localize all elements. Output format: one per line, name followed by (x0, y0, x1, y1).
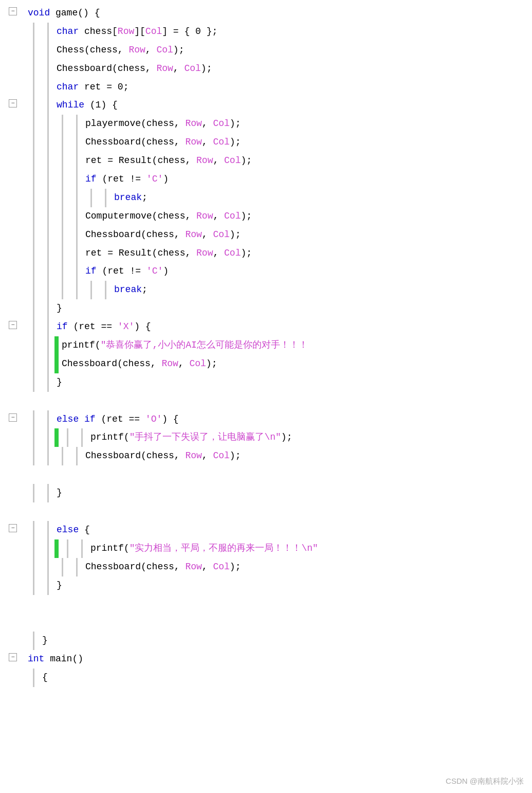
fold-col (0, 78, 26, 97)
indent-bar (26, 410, 40, 429)
indent-bar (40, 78, 54, 97)
indent-bar (54, 447, 69, 465)
green-bar (54, 355, 59, 373)
fold-col (0, 226, 26, 244)
indent-bar (69, 152, 83, 170)
indent-bar (26, 170, 40, 189)
indent-bar (40, 281, 54, 299)
keyword: void (28, 6, 50, 21)
string: "实力相当，平局，不服的再来一局！！！\n" (130, 542, 318, 556)
indent-bar (40, 60, 54, 78)
indent-bar (26, 281, 40, 299)
keyword: int (28, 652, 44, 666)
green-bar (54, 428, 59, 447)
param: Col (224, 246, 241, 261)
code-line: if (ret != 'C') (0, 170, 532, 189)
code-content: break; (112, 189, 532, 207)
code-line: − else { (0, 521, 532, 539)
indent-bar (40, 115, 54, 133)
param: Row (185, 135, 201, 150)
indent-bar (60, 539, 74, 558)
code-content (26, 595, 532, 614)
param: Col (213, 135, 229, 150)
indent-bar (40, 428, 54, 447)
code-line: } (0, 576, 532, 595)
fold-icon[interactable]: − (9, 413, 17, 422)
code-line: } (0, 299, 532, 318)
indent-bar (54, 152, 69, 170)
indent-bar (60, 428, 74, 447)
fold-col (0, 299, 26, 318)
indent-bar (26, 244, 40, 263)
indent-bar (98, 281, 112, 299)
indent-bar (26, 447, 40, 465)
indent-bar (26, 41, 40, 60)
indent-bar (26, 299, 40, 318)
param: Row (185, 228, 201, 242)
indent-bar (69, 133, 83, 152)
code-line: } (0, 484, 532, 502)
param: Col (213, 117, 229, 131)
code-line: if (ret != 'C') (0, 262, 532, 281)
indent-bar (26, 189, 40, 207)
fold-icon[interactable]: − (9, 524, 17, 532)
code-line: break; (0, 189, 532, 207)
code-line: ret = Result(chess, Row, Col); (0, 152, 532, 170)
code-content: Computermove(chess, Row, Col); (83, 207, 532, 226)
keyword: while (57, 98, 84, 113)
code-content: else { (54, 521, 532, 539)
fold-col (0, 133, 26, 152)
code-content: break; (112, 281, 532, 299)
indent-bar (54, 170, 69, 189)
fold-col: − (0, 410, 26, 429)
keyword: char (57, 25, 79, 39)
code-content: } (54, 299, 532, 318)
fold-col (0, 373, 26, 392)
indent-bar (69, 170, 83, 189)
code-line: char chess[Row][Col] = { 0 }; (0, 23, 532, 41)
indent-bar (69, 447, 83, 465)
fold-col (0, 447, 26, 465)
indent-bar (40, 189, 54, 207)
indent-bar (40, 410, 54, 429)
indent-bar (40, 226, 54, 244)
code-content: ret = Result(chess, Row, Col); (83, 244, 532, 263)
fold-icon[interactable]: − (9, 321, 17, 329)
param: Col (213, 560, 229, 574)
param: Row (185, 449, 201, 463)
indent-bar (26, 96, 40, 115)
indent-bar (69, 189, 83, 207)
code-content: Chessboard(chess, Row, Col); (83, 447, 532, 465)
fold-icon[interactable]: − (9, 99, 17, 107)
param: Row (185, 117, 201, 131)
fold-icon[interactable]: − (9, 653, 17, 661)
indent-bar (26, 152, 40, 170)
indent-bar (40, 373, 54, 392)
code-content: printf("恭喜你赢了,小小的AI怎么可能是你的对手！！！ (60, 336, 532, 355)
code-content: char ret = 0; (54, 78, 532, 97)
fold-col (0, 613, 26, 632)
code-line: printf("手抖了一下失误了，让电脑赢了\n"); (0, 428, 532, 447)
fold-col (0, 576, 26, 595)
string: "恭喜你赢了,小小的AI怎么可能是你的对手！！！ (101, 338, 308, 353)
code-content: Chess(chess, Row, Col); (54, 41, 532, 60)
string: "手抖了一下失误了，让电脑赢了\n" (130, 430, 281, 445)
keyword: char (57, 80, 79, 95)
indent-bar (40, 539, 54, 558)
param: Col (224, 209, 241, 224)
fold-col (0, 244, 26, 263)
indent-bar (54, 262, 69, 281)
indent-bar (26, 355, 40, 373)
code-line: break; (0, 281, 532, 299)
indent-bar (54, 115, 69, 133)
indent-bar (26, 521, 40, 539)
indent-bar (26, 78, 40, 97)
indent-bar (40, 133, 54, 152)
indent-bar (40, 152, 54, 170)
indent-bar (54, 207, 69, 226)
keyword: else if (57, 412, 96, 427)
param: Col (145, 25, 162, 39)
fold-icon[interactable]: − (9, 7, 17, 15)
indent-bar (26, 60, 40, 78)
indent-bar (69, 226, 83, 244)
